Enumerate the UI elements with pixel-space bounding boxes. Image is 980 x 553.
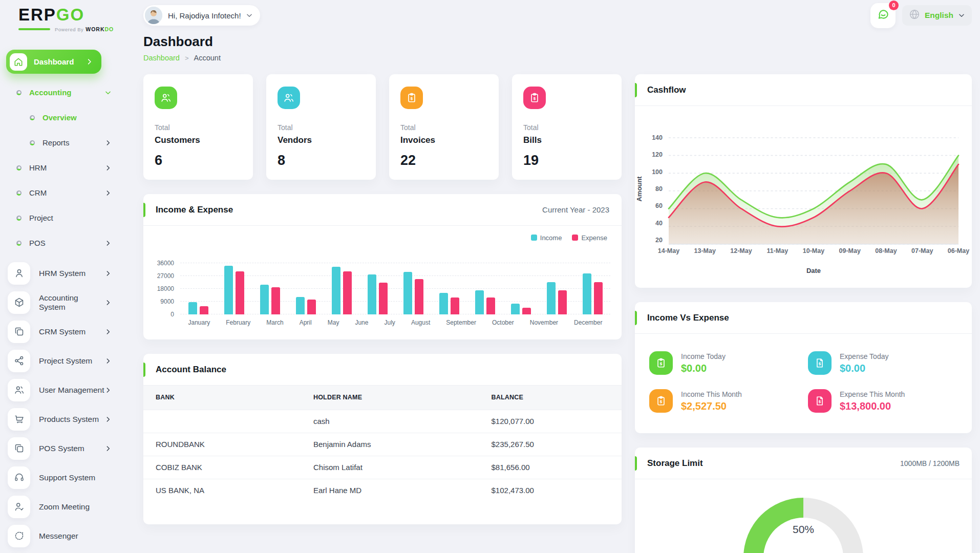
svg-text:$: $	[659, 361, 662, 366]
bar-group-september[interactable]	[475, 263, 495, 314]
table-cell: cash	[301, 410, 479, 433]
breadcrumb-dashboard-link[interactable]: Dashboard	[143, 54, 180, 62]
storage-limit-card: Storage Limit 1000MB / 1200MB 50%	[635, 448, 972, 553]
brand-logo[interactable]: ERPGO Powered By WORKDO	[18, 6, 123, 32]
stat-kicker: Total	[278, 123, 365, 132]
sidebar-item-accounting[interactable]: Accounting	[6, 80, 123, 105]
ive-item-expense-today: $ Expense Today $0.00	[808, 351, 957, 375]
bar-group-may[interactable]	[332, 263, 352, 314]
home-icon	[10, 53, 27, 71]
y-axis-tick: 18000	[157, 285, 174, 292]
sidebar-item-project[interactable]: Project	[6, 205, 123, 230]
bar-group-july[interactable]	[403, 263, 423, 314]
chevron-right-icon	[104, 270, 112, 277]
sidebar-item-support-system[interactable]: Support System	[6, 463, 123, 492]
account-balance-header: Account Balance	[143, 354, 622, 386]
avatar	[145, 7, 162, 24]
sidebar-item-hrm[interactable]: HRM	[6, 155, 123, 180]
sidebar-item-notification-template[interactable]: Notification Template	[6, 550, 123, 553]
income-bar	[332, 267, 340, 314]
user-greeting: Hi, Rajodiya Infotech!	[168, 11, 241, 20]
brand-go: GO	[56, 5, 84, 24]
chevron-right-icon	[104, 416, 112, 423]
x-axis-label: December	[574, 319, 602, 326]
messages-button[interactable]: 0	[870, 3, 896, 28]
chevron-down-icon	[104, 89, 112, 96]
y-axis-tick: 80	[655, 185, 663, 193]
bar-group-january[interactable]	[188, 263, 208, 314]
table-cell: $235,267.50	[479, 433, 622, 456]
x-axis-label: 09-May	[839, 247, 861, 254]
stat-kicker: Total	[400, 123, 487, 132]
sidebar-item-label: CRM System	[39, 327, 86, 336]
income-bar	[511, 304, 520, 314]
stat-label: Customers	[155, 135, 242, 145]
x-axis-label: April	[300, 319, 312, 326]
bar-group-november[interactable]	[547, 263, 567, 314]
sidebar-subitem-overview[interactable]: Overview	[6, 105, 123, 130]
y-axis-tick: 60	[655, 202, 663, 209]
sidebar-item-pos[interactable]: POS	[6, 230, 123, 256]
y-axis-tick: 140	[652, 134, 663, 141]
sidebar-item-accounting-system[interactable]: Accounting System	[6, 288, 123, 317]
table-cell: $120,077.00	[479, 410, 622, 433]
sidebar-item-project-system[interactable]: Project System	[6, 346, 123, 375]
bullet-icon	[16, 241, 22, 246]
sidebar-item-label: Overview	[42, 113, 77, 122]
bullet-icon	[30, 140, 35, 145]
sidebar-item-label: User Management	[39, 386, 104, 395]
donut-percent-label: 50%	[743, 523, 863, 536]
sidebar-item-label: POS	[29, 239, 46, 247]
sidebar-item-products-system[interactable]: Products System	[6, 405, 123, 434]
sidebar-item-zoom-meeting[interactable]: Zoom Meeting	[6, 492, 123, 521]
sidebar-subitem-reports[interactable]: Reports	[6, 130, 123, 155]
bar-group-march[interactable]	[260, 263, 280, 314]
table-cell: $81,656.00	[479, 456, 622, 479]
invoice-icon: $	[649, 351, 673, 375]
sidebar-item-crm[interactable]: CRM	[6, 180, 123, 205]
expense-bar	[379, 283, 388, 314]
ive-text: Expense This Month $13,800.00	[840, 390, 905, 412]
sidebar-item-messenger[interactable]: Messenger	[6, 521, 123, 550]
sidebar-item-label: Support System	[39, 473, 95, 482]
card-title: Income & Expense	[156, 205, 233, 215]
bullet-icon	[16, 216, 22, 221]
sidebar-item-crm-system[interactable]: CRM System	[6, 317, 123, 346]
svg-text:$: $	[410, 96, 413, 101]
bar-group-february[interactable]	[224, 263, 244, 314]
sidebar-item-hrm-system[interactable]: HRM System	[6, 259, 123, 288]
sidebar-item-pos-system[interactable]: POS System	[6, 434, 123, 463]
table-cell	[143, 410, 301, 433]
x-axis-label: July	[385, 319, 395, 326]
sidebar-system-list: HRM System Accounting System CRM System …	[6, 259, 123, 553]
sidebar-item-label: POS System	[39, 444, 84, 453]
x-axis-label: November	[530, 319, 558, 326]
bar-group-june[interactable]	[368, 263, 388, 314]
workdo-brand: WORKDO	[86, 26, 114, 32]
sidebar-menu: Dashboard Accounting Overview Reports HR…	[6, 50, 123, 553]
sidebar-item-user-management[interactable]: User Management	[6, 375, 123, 405]
globe-icon	[909, 9, 920, 22]
bar-group-october[interactable]	[511, 263, 531, 314]
user-menu-button[interactable]: Hi, Rajodiya Infotech!	[143, 5, 260, 26]
expense-bar	[271, 287, 280, 314]
bullet-icon	[30, 115, 35, 120]
sidebar-item-dashboard[interactable]: Dashboard	[6, 50, 101, 74]
table-cell: COBIZ BANK	[143, 456, 301, 479]
page-title: Dashboard	[143, 34, 972, 50]
bar-group-august[interactable]	[439, 263, 459, 314]
donut-chart: 50%	[743, 498, 863, 553]
y-axis-tick: 36000	[157, 260, 174, 267]
x-axis-label: February	[226, 319, 250, 326]
chevron-right-icon	[104, 189, 112, 197]
sidebar-item-label: Accounting	[29, 88, 72, 97]
breadcrumb-separator: >	[185, 54, 189, 62]
x-axis-label: 07-May	[911, 247, 933, 254]
language-selector[interactable]: English	[902, 5, 972, 26]
stat-kicker: Total	[155, 123, 242, 132]
bar-group-december[interactable]	[583, 263, 603, 314]
x-axis-label: August	[411, 319, 430, 326]
stats-row: Total Customers 6 Total Vendors 8$ Total…	[143, 74, 622, 180]
sidebar-item-label: Products System	[39, 415, 99, 424]
bar-group-april[interactable]	[296, 263, 316, 314]
